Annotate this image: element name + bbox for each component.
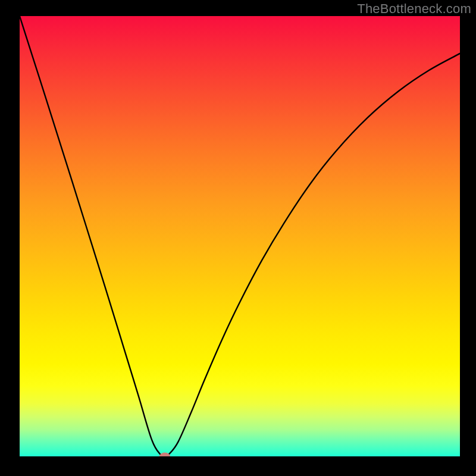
min-marker bbox=[159, 453, 170, 457]
watermark-text: TheBottleneck.com bbox=[357, 1, 471, 17]
bottleneck-curve bbox=[20, 16, 460, 456]
chart-stage: TheBottleneck.com bbox=[0, 0, 476, 476]
curve-layer bbox=[20, 16, 460, 456]
plot-area bbox=[20, 16, 460, 456]
